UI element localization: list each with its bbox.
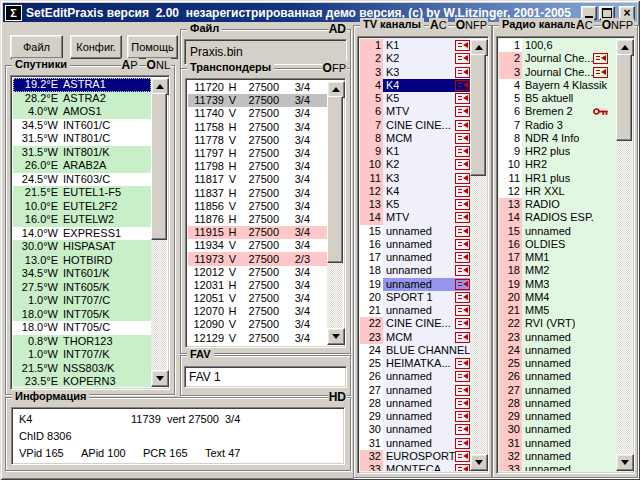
transponder-row[interactable]: 11934V275003/4 bbox=[188, 239, 327, 252]
transponder-row[interactable]: 11837H275003/4 bbox=[188, 187, 327, 200]
scroll-down-button[interactable] bbox=[327, 328, 345, 345]
scrollbar-track[interactable] bbox=[327, 96, 343, 330]
channel-row[interactable]: 31unnamed bbox=[499, 437, 609, 450]
transponder-row[interactable]: 11876H275003/4 bbox=[188, 213, 327, 226]
channel-row[interactable]: 19unnamed bbox=[360, 278, 471, 291]
channel-row[interactable]: 10K2 bbox=[360, 158, 471, 171]
transponder-row[interactable]: 12129V275003/4 bbox=[188, 332, 327, 345]
satellite-row[interactable]: 21.5°WNSS803/K bbox=[13, 362, 151, 376]
channel-row[interactable]: 11HR1 plus bbox=[499, 172, 609, 185]
scrollbar-thumb[interactable] bbox=[327, 96, 343, 263]
satellite-row[interactable]: 21.5°EEUTEL1-F5 bbox=[13, 186, 151, 200]
satellite-row[interactable]: 34.5°WINT601/C bbox=[13, 119, 151, 133]
channel-row[interactable]: 2Journal Che... bbox=[499, 52, 609, 65]
satellite-row[interactable]: 23.5°EKOPERN3 bbox=[13, 375, 151, 387]
tv-scrollbar[interactable] bbox=[470, 39, 486, 471]
transponder-row[interactable]: 12090V275003/4 bbox=[188, 318, 327, 331]
channel-row[interactable]: 29unnamed bbox=[360, 410, 471, 423]
satellite-row[interactable]: 19.2°EASTRA1 bbox=[13, 78, 151, 92]
scrollbar-thumb[interactable] bbox=[151, 93, 167, 240]
channel-row[interactable]: 18MM2 bbox=[499, 264, 609, 277]
channel-row[interactable]: 32EUROSPORT bbox=[360, 450, 471, 463]
channel-row[interactable]: 23unnamed bbox=[499, 331, 609, 344]
satellite-row[interactable]: 34.5°WINT601/K bbox=[13, 267, 151, 281]
scrollbar-thumb[interactable] bbox=[616, 54, 632, 141]
channel-row[interactable]: 9HR2 plus bbox=[499, 145, 609, 158]
channel-row[interactable]: 4K4 bbox=[360, 79, 471, 92]
channel-row[interactable]: 5K5 bbox=[360, 92, 471, 105]
satellite-row[interactable]: 26.0°EARAB2A bbox=[13, 159, 151, 173]
satellite-row[interactable]: 13.0°EHOTBIRD bbox=[13, 254, 151, 268]
channel-row[interactable]: 15unnamed bbox=[360, 225, 471, 238]
transponders-scrollbar[interactable] bbox=[327, 81, 343, 345]
channel-row[interactable]: 15unnamed bbox=[499, 225, 609, 238]
satellite-row[interactable]: 10.0°EEUTEL2F2 bbox=[13, 200, 151, 214]
satellite-row[interactable]: 31.5°WINT801/K bbox=[13, 146, 151, 160]
channel-row[interactable]: 28unnamed bbox=[499, 397, 609, 410]
radio-scrollbar[interactable] bbox=[616, 39, 632, 471]
channel-row[interactable]: 25HEIMATKA... bbox=[360, 357, 471, 370]
channel-row[interactable]: 25unnamed bbox=[499, 357, 609, 370]
scroll-down-button[interactable] bbox=[470, 454, 488, 471]
channel-row[interactable]: 13K5 bbox=[360, 198, 471, 211]
scrollbar-track[interactable] bbox=[151, 93, 167, 372]
channel-row[interactable]: 17unnamed bbox=[360, 251, 471, 264]
channel-row[interactable]: 22CINE CINE... bbox=[360, 317, 471, 330]
channel-row[interactable]: 8MCM bbox=[360, 132, 471, 145]
channel-row[interactable]: 14RADIOS ESP. bbox=[499, 211, 609, 224]
satellite-row[interactable]: 1.0°WINT707/K bbox=[13, 348, 151, 362]
channel-row[interactable]: 7CINE CINE... bbox=[360, 119, 471, 132]
satellite-row[interactable]: 18.0°WINT705/K bbox=[13, 308, 151, 322]
channel-row[interactable]: 14MTV bbox=[360, 211, 471, 224]
channel-row[interactable]: 10HR2 bbox=[499, 158, 609, 171]
transponder-row[interactable]: 11915H275003/4 bbox=[188, 226, 327, 239]
channel-row[interactable]: 19MM3 bbox=[499, 278, 609, 291]
channel-row[interactable]: 16unnamed bbox=[360, 238, 471, 251]
satellite-row[interactable]: 27.5°WINT605/K bbox=[13, 281, 151, 295]
channel-row[interactable]: 24BLUE CHANNEL bbox=[360, 344, 471, 357]
channel-row[interactable]: 29unnamed bbox=[499, 410, 609, 423]
channel-row[interactable]: 1100,6 bbox=[499, 39, 609, 52]
channel-row[interactable]: 22RVI (VRT) bbox=[499, 317, 609, 330]
channel-row[interactable]: 16OLDIES bbox=[499, 238, 609, 251]
scrollbar-thumb[interactable] bbox=[470, 54, 486, 176]
satellite-row[interactable]: 14.0°WEXPRESS1 bbox=[13, 227, 151, 241]
channel-row[interactable]: 26unnamed bbox=[360, 370, 471, 383]
satellite-row[interactable]: 18.0°WINT705/C bbox=[13, 321, 151, 335]
transponder-row[interactable]: 11758H275003/4 bbox=[188, 121, 327, 134]
satellite-row[interactable]: 4.0°WAMOS1 bbox=[13, 105, 151, 119]
file-menu-button[interactable]: Файл bbox=[10, 35, 63, 59]
transponder-row[interactable]: 12070H275003/4 bbox=[188, 305, 327, 318]
satellite-row[interactable]: 30.0°WHISPASAT bbox=[13, 240, 151, 254]
channel-row[interactable]: 3K3 bbox=[360, 66, 471, 79]
channel-row[interactable]: 24unnamed bbox=[499, 344, 609, 357]
channel-row[interactable]: 20MM4 bbox=[499, 291, 609, 304]
channel-row[interactable]: 9K1 bbox=[360, 145, 471, 158]
channel-row[interactable]: 27unnamed bbox=[360, 384, 471, 397]
channel-row[interactable]: 30unnamed bbox=[499, 423, 609, 436]
transponder-row[interactable]: 11720H275003/4 bbox=[188, 81, 327, 94]
channel-row[interactable]: 12HR XXL bbox=[499, 185, 609, 198]
transponder-row[interactable]: 12012V275003/4 bbox=[188, 266, 327, 279]
channel-row[interactable]: 12K4 bbox=[360, 185, 471, 198]
channel-row[interactable]: 8NDR 4 Info bbox=[499, 132, 609, 145]
channel-row[interactable]: 28unnamed bbox=[360, 397, 471, 410]
scroll-down-button[interactable] bbox=[151, 370, 169, 387]
channel-row[interactable]: 2K2 bbox=[360, 52, 471, 65]
channel-row[interactable]: 33unnamed bbox=[499, 463, 609, 471]
config-menu-button[interactable]: Конфиг. bbox=[70, 35, 122, 59]
satellite-row[interactable]: 28.2°EASTRA2 bbox=[13, 92, 151, 106]
channel-row[interactable]: 1K1 bbox=[360, 39, 471, 52]
channel-row[interactable]: 17MM1 bbox=[499, 251, 609, 264]
transponder-row[interactable]: 12031H275003/4 bbox=[188, 279, 327, 292]
transponder-row[interactable]: 11797H275003/4 bbox=[188, 147, 327, 160]
channel-row[interactable]: 18unnamed bbox=[360, 264, 471, 277]
help-menu-button[interactable]: Помощь bbox=[127, 35, 178, 59]
channel-row[interactable]: 7Radio 3 bbox=[499, 119, 609, 132]
satellite-row[interactable]: 31.5°WINT801/C bbox=[13, 132, 151, 146]
channel-row[interactable]: 6MTV bbox=[360, 105, 471, 118]
channel-row[interactable]: 6Bremen 2 bbox=[499, 105, 609, 118]
scrollbar-track[interactable] bbox=[470, 54, 486, 456]
satellite-row[interactable]: 16.0°EEUTELW2 bbox=[13, 213, 151, 227]
satellite-row[interactable]: 0.8°WTHOR123 bbox=[13, 335, 151, 349]
